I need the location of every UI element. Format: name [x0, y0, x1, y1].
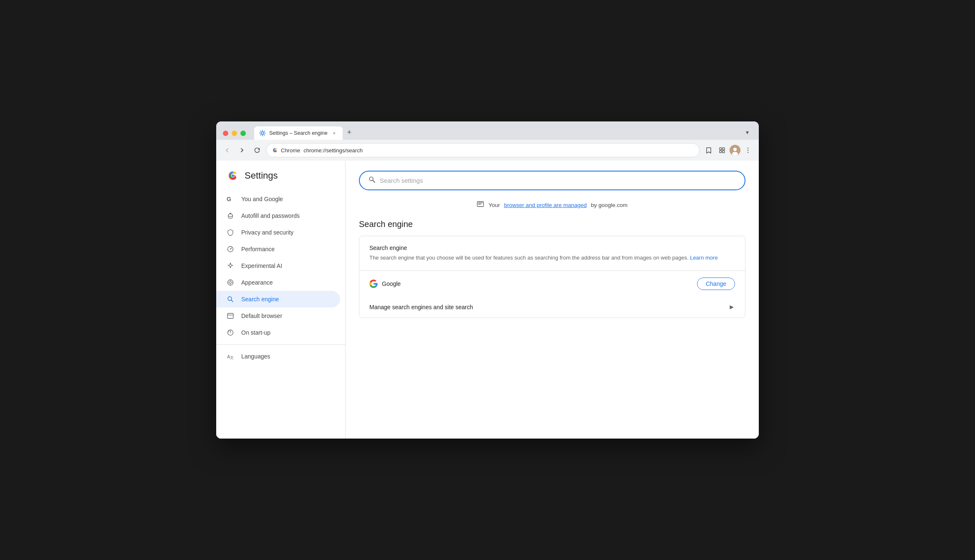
bookmark-button[interactable]	[703, 144, 715, 156]
manage-search-engines-row[interactable]: Manage search engines and site search ►	[359, 297, 745, 318]
chrome-brand-label: Chrome	[281, 147, 300, 154]
sidebar-item-default-browser[interactable]: Default browser	[216, 308, 340, 324]
svg-point-13	[748, 152, 748, 153]
tab-dropdown-button[interactable]: ▾	[742, 127, 752, 137]
sidebar-label-privacy: Privacy and security	[241, 229, 293, 236]
sidebar: Settings G You and Google Autofill and p…	[216, 161, 346, 439]
svg-text:G: G	[227, 196, 231, 202]
manage-label: Manage search engines and site search	[369, 304, 473, 310]
card-desc-text: The search engine that you choose will b…	[369, 255, 690, 261]
managed-link[interactable]: browser and profile are managed	[504, 202, 587, 208]
svg-rect-5	[722, 148, 725, 150]
search-settings-input[interactable]	[380, 177, 736, 184]
manage-arrow-icon: ►	[728, 303, 735, 311]
managed-text-after: by google.com	[591, 202, 628, 208]
sidebar-item-appearance[interactable]: Appearance	[216, 274, 340, 291]
svg-rect-7	[722, 151, 725, 153]
reload-button[interactable]	[251, 144, 263, 156]
search-settings-icon	[368, 176, 376, 185]
svg-line-36	[373, 180, 375, 182]
profile-avatar[interactable]	[730, 145, 740, 156]
forward-button[interactable]	[236, 144, 248, 156]
close-traffic-light[interactable]	[223, 131, 228, 136]
search-bar-wrapper	[359, 171, 745, 190]
sidebar-item-experimental-ai[interactable]: Experimental AI	[216, 257, 340, 274]
sidebar-item-languages[interactable]: A文 Languages	[216, 348, 340, 365]
settings-header: Settings	[216, 169, 345, 191]
sidebar-item-search-engine[interactable]: Search engine	[216, 291, 340, 308]
you-and-google-icon: G	[226, 195, 235, 203]
svg-point-21	[230, 249, 231, 250]
privacy-icon	[226, 228, 235, 237]
nav-bar: Chrome chrome://settings/search	[216, 140, 759, 161]
settings-title: Settings	[245, 170, 278, 181]
active-tab[interactable]: Settings – Search engine ×	[254, 126, 343, 140]
on-startup-icon	[226, 328, 235, 337]
default-browser-icon	[226, 312, 235, 320]
fullscreen-traffic-light[interactable]	[240, 131, 246, 136]
sidebar-label-performance: Performance	[241, 246, 275, 252]
sidebar-item-autofill[interactable]: Autofill and passwords	[216, 207, 340, 224]
performance-icon	[226, 245, 235, 253]
sidebar-label-you-and-google: You and Google	[241, 196, 283, 202]
sidebar-label-languages: Languages	[241, 353, 270, 360]
address-url-text: chrome://settings/search	[303, 147, 363, 154]
address-bar[interactable]: Chrome chrome://settings/search	[266, 143, 700, 157]
sidebar-item-privacy[interactable]: Privacy and security	[216, 224, 340, 241]
svg-point-12	[748, 150, 748, 151]
svg-rect-30	[227, 313, 233, 318]
managed-text-before: Your	[488, 202, 500, 208]
svg-point-11	[748, 148, 748, 149]
managed-icon	[477, 200, 484, 209]
browser-window: Settings – Search engine × + ▾	[216, 121, 759, 439]
sidebar-label-on-startup: On start-up	[241, 329, 270, 336]
content-area: Your browser and profile are managed by …	[346, 161, 759, 439]
tab-bar: Settings – Search engine × + ▾	[254, 126, 752, 140]
search-engine-icon	[226, 295, 235, 303]
new-tab-button[interactable]: +	[344, 126, 355, 138]
back-button[interactable]	[221, 144, 233, 156]
se-left: Google	[369, 280, 401, 288]
current-engine-name: Google	[382, 280, 401, 287]
svg-rect-38	[478, 203, 483, 204]
svg-point-15	[232, 174, 234, 177]
svg-point-3	[274, 149, 275, 151]
sidebar-label-appearance: Appearance	[241, 279, 273, 286]
traffic-lights	[223, 131, 246, 136]
current-search-engine-row: Google Change	[359, 271, 745, 297]
sidebar-label-autofill: Autofill and passwords	[241, 212, 300, 219]
card-info-desc: The search engine that you choose will b…	[369, 254, 735, 262]
svg-point-0	[261, 132, 264, 134]
sidebar-item-on-startup[interactable]: On start-up	[216, 324, 340, 341]
managed-notice: Your browser and profile are managed by …	[359, 200, 745, 209]
svg-point-9	[733, 148, 737, 151]
card-info-section: Search engine The search engine that you…	[359, 236, 745, 271]
extensions-button[interactable]	[716, 144, 728, 156]
search-bar[interactable]	[359, 171, 745, 190]
svg-text:文: 文	[230, 356, 234, 360]
tab-close-button[interactable]: ×	[331, 130, 338, 136]
sidebar-item-you-and-google[interactable]: G You and Google	[216, 191, 340, 207]
sidebar-label-default-browser: Default browser	[241, 313, 282, 319]
languages-icon: A文	[226, 352, 235, 361]
autofill-icon	[226, 212, 235, 220]
card-info-title: Search engine	[369, 245, 735, 251]
svg-point-17	[228, 214, 232, 217]
minimize-traffic-light[interactable]	[232, 131, 237, 136]
search-engine-card: Search engine The search engine that you…	[359, 236, 745, 318]
menu-button[interactable]	[742, 144, 754, 156]
title-bar: Settings – Search engine × + ▾	[216, 121, 759, 140]
sidebar-item-performance[interactable]: Performance	[216, 241, 340, 257]
nav-actions	[703, 144, 754, 156]
sidebar-label-experimental-ai: Experimental AI	[241, 262, 282, 269]
sidebar-divider	[216, 344, 345, 345]
learn-more-link[interactable]: Learn more	[690, 255, 717, 261]
sidebar-label-search-engine: Search engine	[241, 296, 279, 303]
svg-rect-4	[720, 148, 722, 150]
settings-tab-icon	[259, 130, 266, 136]
svg-line-29	[231, 300, 233, 302]
experimental-ai-icon	[226, 262, 235, 270]
section-title: Search engine	[359, 219, 745, 229]
main-content: Settings G You and Google Autofill and p…	[216, 161, 759, 439]
change-button[interactable]: Change	[697, 277, 735, 290]
